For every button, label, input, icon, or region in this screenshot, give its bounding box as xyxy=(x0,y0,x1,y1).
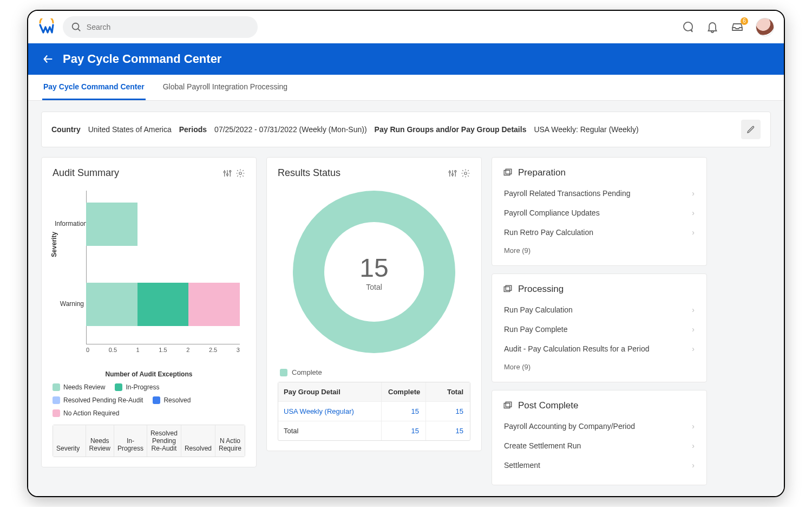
svg-rect-18 xyxy=(506,169,512,174)
prep-item-0[interactable]: Payroll Related Transactions Pending› xyxy=(503,184,696,203)
bar-warning-in-progress[interactable] xyxy=(137,283,189,326)
results-th-detail: Pay Group Detail xyxy=(278,382,381,401)
svg-line-1 xyxy=(78,29,80,31)
audit-th-resolved: Resolved xyxy=(181,425,215,457)
tab-global-payroll[interactable]: Global Payroll Integration Processing xyxy=(162,75,289,100)
chevron-right-icon: › xyxy=(692,305,695,314)
legend-resolved-pending: Resolved Pending Re-Audit xyxy=(53,396,143,404)
audit-th-noaction: N Actio Require xyxy=(215,425,245,457)
chevron-right-icon: › xyxy=(692,461,695,470)
chevron-right-icon: › xyxy=(692,209,695,217)
svg-point-11 xyxy=(449,171,450,173)
pencil-icon xyxy=(746,125,755,134)
svg-point-8 xyxy=(230,170,231,172)
search-input[interactable] xyxy=(87,23,250,31)
right-column: Preparation Payroll Related Transactions… xyxy=(492,157,707,485)
tab-pay-cycle[interactable]: Pay Cycle Command Center xyxy=(42,75,146,100)
inbox-icon[interactable]: 6 xyxy=(731,21,744,34)
prep-item-2[interactable]: Run Retro Pay Calculation› xyxy=(503,223,696,242)
svg-point-15 xyxy=(455,170,456,172)
audit-table: Severity Needs Review In-Progress Resolv… xyxy=(53,425,245,457)
top-bar: 6 xyxy=(28,11,784,43)
processing-card: Processing Run Pay Calculation› Run Pay … xyxy=(492,273,707,382)
global-search[interactable] xyxy=(63,16,258,38)
processing-title: Processing xyxy=(518,284,564,295)
sliders-icon[interactable] xyxy=(222,168,232,178)
filter-country-value: United States of America xyxy=(88,125,172,134)
preparation-title: Preparation xyxy=(518,167,566,178)
results-total-row-label: Total xyxy=(278,421,381,440)
layers-icon xyxy=(503,168,513,178)
chevron-right-icon: › xyxy=(692,228,695,237)
chevron-right-icon: › xyxy=(692,189,695,198)
chevron-right-icon: › xyxy=(692,325,695,334)
results-val-complete[interactable]: 15 xyxy=(381,402,425,421)
svg-rect-17 xyxy=(504,171,510,175)
gear-icon[interactable] xyxy=(461,168,470,178)
results-total-complete[interactable]: 15 xyxy=(381,421,425,440)
chevron-right-icon: › xyxy=(692,441,695,450)
audit-legend: Needs Review In-Progress Resolved Pendin… xyxy=(53,383,245,417)
top-actions: 6 xyxy=(681,18,774,36)
audit-xlabel: Number of Audit Exceptions xyxy=(53,370,245,378)
filter-groups-value: USA Weekly: Regular (Weekly) xyxy=(534,125,638,134)
results-legend-complete: Complete xyxy=(292,368,322,376)
edit-filters-button[interactable] xyxy=(741,120,761,139)
results-row-total: Total 15 15 xyxy=(278,421,470,440)
bar-warning-needs-review[interactable] xyxy=(86,283,137,326)
chevron-right-icon: › xyxy=(692,344,695,353)
bell-icon[interactable] xyxy=(706,21,719,34)
audit-th-severity: Severity xyxy=(53,425,86,457)
legend-resolved: Resolved xyxy=(153,396,191,404)
bar-warning-no-action-required[interactable] xyxy=(188,283,240,326)
post-item-2[interactable]: Settlement› xyxy=(503,455,696,475)
legend-needs-review: Needs Review xyxy=(53,383,105,391)
dashboard-columns: Audit Summary Severity Informational xyxy=(41,157,771,485)
results-legend: Complete xyxy=(280,368,322,376)
post-item-1[interactable]: Create Settlement Run› xyxy=(503,436,696,455)
chevron-right-icon: › xyxy=(692,422,695,431)
svg-point-9 xyxy=(239,172,242,174)
svg-point-6 xyxy=(227,173,228,175)
svg-rect-22 xyxy=(506,402,512,407)
gear-icon[interactable] xyxy=(235,168,245,178)
layers-icon xyxy=(503,284,513,294)
results-table: Pay Group Detail Complete Total USA Week… xyxy=(278,382,470,441)
audit-chart: Severity Informational Warning 00.511.52… xyxy=(53,185,245,369)
results-val-total[interactable]: 15 xyxy=(425,402,470,421)
results-th-total: Total xyxy=(425,382,470,401)
results-th-complete: Complete xyxy=(381,382,425,401)
chat-icon[interactable] xyxy=(681,21,694,34)
results-total-label: Total xyxy=(366,283,382,291)
bar-informational-needs-review[interactable] xyxy=(86,203,137,246)
audit-ylabel: Severity xyxy=(50,232,58,257)
proc-item-0[interactable]: Run Pay Calculation› xyxy=(503,300,696,320)
post-item-0[interactable]: Payroll Accounting by Company/Period› xyxy=(503,416,696,436)
filter-country-label: Country xyxy=(51,125,81,134)
post-title: Post Complete xyxy=(518,400,579,411)
audit-th-inprog: In-Progress xyxy=(114,425,147,457)
results-donut: 15 Total xyxy=(293,191,455,353)
preparation-card: Preparation Payroll Related Transactions… xyxy=(492,157,707,266)
results-total-number: 15 xyxy=(359,253,388,283)
back-arrow-icon[interactable] xyxy=(42,53,54,65)
audit-row-informational-label: Informational xyxy=(55,220,84,227)
audit-x-ticks: 00.511.522.53 xyxy=(86,347,240,354)
results-link-usa-weekly[interactable]: USA Weekly (Regular) xyxy=(278,402,381,421)
results-total-total[interactable]: 15 xyxy=(425,421,470,440)
proc-item-2[interactable]: Audit - Pay Calculation Results for a Pe… xyxy=(503,339,696,359)
sliders-icon[interactable] xyxy=(448,168,457,178)
page-title: Pay Cycle Command Center xyxy=(63,52,221,66)
prep-more[interactable]: More (9) xyxy=(503,242,696,256)
audit-row-warning-label: Warning xyxy=(55,300,84,308)
svg-point-13 xyxy=(452,173,454,175)
audit-summary-card: Audit Summary Severity Informational xyxy=(41,157,257,467)
results-row-usa-weekly: USA Weekly (Regular) 15 15 xyxy=(278,401,470,421)
proc-item-1[interactable]: Run Pay Complete› xyxy=(503,320,696,339)
page-body: Country United States of America Periods… xyxy=(28,101,784,496)
prep-item-1[interactable]: Payroll Compliance Updates› xyxy=(503,203,696,223)
workday-logo[interactable] xyxy=(38,18,55,36)
svg-point-0 xyxy=(73,23,79,30)
proc-more[interactable]: More (9) xyxy=(503,359,696,372)
user-avatar[interactable] xyxy=(756,18,774,36)
